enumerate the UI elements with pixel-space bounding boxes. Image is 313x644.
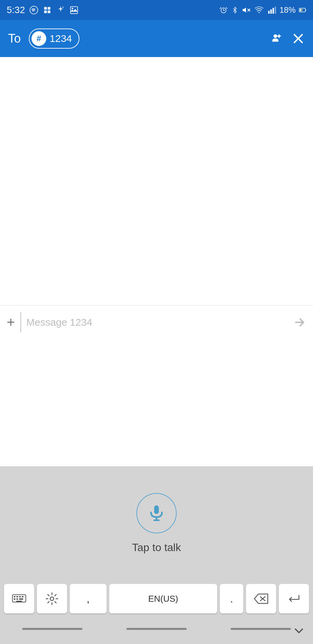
nav-line-left [22,628,82,630]
svg-rect-20 [154,505,159,514]
status-bar-left: 5:32 [7,5,79,15]
comma-label: , [87,593,90,605]
svg-rect-25 [16,596,18,597]
attach-icon[interactable]: + [7,315,15,329]
svg-point-17 [273,34,277,38]
svg-rect-13 [272,8,274,14]
nav-line-right [231,628,291,630]
svg-rect-12 [270,9,272,14]
comma-key[interactable]: , [70,584,107,613]
header-bar: To # 1234 [0,20,313,57]
svg-rect-4 [48,10,50,13]
voice-input-section: Tap to talk [0,466,313,580]
nav-line-center [126,628,187,630]
send-icon[interactable] [293,316,306,329]
svg-rect-29 [16,598,18,600]
sparkles-icon [56,5,65,15]
svg-point-32 [50,597,54,601]
period-label: . [230,593,233,605]
input-divider [20,312,21,332]
svg-rect-31 [16,601,22,602]
status-time: 5:32 [7,5,25,15]
enter-icon [286,593,302,605]
spacebar-key[interactable]: EN(US) [109,584,217,613]
keyboard-bottom-row: , EN(US) . [0,580,313,617]
message-area [0,57,313,305]
keyboard-icon [12,593,26,604]
nav-bar [0,617,313,644]
status-bar: 5:32 [0,0,313,20]
svg-rect-27 [22,596,23,597]
message-input[interactable] [26,317,288,328]
svg-rect-28 [14,598,15,600]
keyboard-settings-key[interactable] [37,584,67,613]
keyboard-area: Tap to talk , [0,466,313,644]
svg-rect-16 [300,9,301,11]
alarm-icon [219,6,228,14]
period-key[interactable]: . [220,584,243,613]
add-person-icon[interactable] [267,31,281,46]
recipient-number: 1234 [50,33,72,44]
mic-icon [147,504,166,523]
enter-key[interactable] [279,584,309,613]
chevron-down-icon[interactable] [293,625,305,637]
mute-icon [242,6,251,14]
battery-icon [299,6,306,14]
battery-text: 18% [279,5,296,15]
message-input-bar: + [0,305,313,339]
svg-point-10 [258,12,259,13]
svg-rect-3 [44,10,47,13]
spacebar-label: EN(US) [148,594,178,604]
svg-rect-2 [48,7,50,10]
svg-point-6 [72,8,73,9]
keyboard-toggle-key[interactable] [4,584,34,613]
close-icon[interactable] [292,32,305,45]
svg-rect-5 [70,7,77,14]
signal-icon [267,6,276,14]
recipient-chip[interactable]: # 1234 [29,29,79,49]
mic-button[interactable] [136,493,177,533]
slack-icon [43,5,52,15]
backspace-key[interactable] [246,584,276,613]
svg-rect-24 [14,596,15,597]
header-actions [267,31,305,46]
chip-hash-icon: # [32,31,46,46]
backspace-icon [253,593,269,605]
svg-rect-11 [268,11,269,14]
settings-icon [45,592,59,606]
spotify-icon [29,5,39,15]
to-label: To [8,32,21,46]
svg-rect-26 [19,596,21,597]
status-bar-right: 18% [219,5,306,15]
bluetooth-icon [231,6,239,14]
wifi-icon [254,6,264,14]
svg-rect-1 [44,7,47,10]
svg-rect-14 [275,6,276,14]
image-icon [69,5,79,15]
tap-to-talk-label: Tap to talk [132,541,181,554]
svg-rect-30 [19,598,23,600]
